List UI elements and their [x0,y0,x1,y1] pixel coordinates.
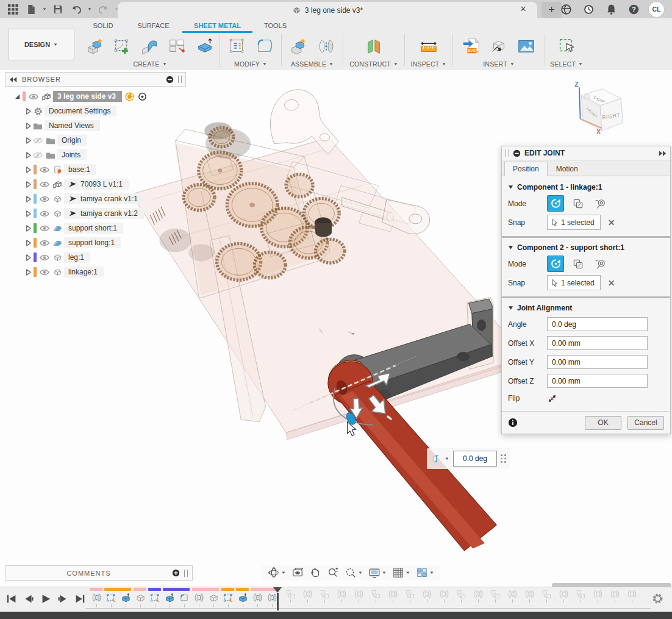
mode-revolve-button[interactable] [547,195,564,212]
dock-panel-icon[interactable] [658,150,667,157]
visibility-eye-icon[interactable] [39,181,50,188]
grid-settings-button[interactable] [390,566,412,579]
timeline-future-item-joint[interactable] [504,589,521,603]
tab-motion[interactable]: Motion [548,162,587,176]
timeline-future-item-move[interactable] [282,589,299,603]
browser-item-tamiya-crank-v1-2[interactable]: tamiya crank v1:2 [5,206,186,221]
zoom-button[interactable] [325,566,341,579]
dialog-grip[interactable] [506,149,509,157]
timeline-future-item-joint[interactable] [589,589,606,603]
sync-in-progress-badge-icon[interactable] [125,92,134,101]
ribbon-group-label-construct[interactable]: CONSTRUCT [349,59,398,68]
browser-item-label[interactable]: 70093 L v1:1 [64,179,129,190]
ribbon-group-label-assemble[interactable]: ASSEMBLE [291,59,334,68]
browser-header[interactable]: BROWSER [5,72,186,87]
browser-item-document-settings[interactable]: Document Settings [5,104,186,118]
expand-arrow-icon[interactable] [24,240,32,246]
ribbon-tab-solid[interactable]: SOLID [82,20,124,33]
hud-options-handle[interactable] [501,454,506,463]
expand-arrow-icon[interactable] [13,93,21,100]
visibility-eye-icon[interactable] [39,224,50,232]
timeline-future-item-move[interactable] [367,589,384,603]
browser-item-label[interactable]: Document Settings [45,106,116,116]
ribbon-group-label-inspect[interactable]: INSPECT [411,59,447,68]
expand-arrow-icon[interactable] [24,108,32,115]
timeline-future-item-joint[interactable] [435,589,452,603]
expand-arrow-icon[interactable] [24,225,32,232]
clear-selection-icon[interactable]: ✕ [608,218,615,227]
go-to-end-button[interactable] [73,592,87,606]
offset-x-field[interactable] [547,336,648,350]
angle-field[interactable] [547,317,648,331]
create-sketch-button[interactable] [112,35,134,57]
browser-item-label[interactable]: 3 leg one side v3 [53,91,122,102]
file-menu-caret-icon[interactable] [41,1,48,17]
clear-selection-icon[interactable]: ✕ [608,278,615,288]
timeline-scrollbar[interactable] [552,583,671,587]
viewcube[interactable]: TOP FRONT RIGHT Z X [574,81,623,135]
browser-item-support-long-1[interactable]: support long:1 [5,235,186,250]
timeline-item-extrude[interactable] [162,588,177,607]
expand-arrow-icon[interactable] [24,137,32,144]
info-icon[interactable] [508,418,518,428]
redo-button[interactable] [95,1,111,17]
timeline-future-item-move[interactable] [487,589,504,603]
step-back-button[interactable] [22,592,35,606]
browser-item-label[interactable]: support long:1 [64,237,121,248]
save-button[interactable] [50,1,66,17]
timeline-future-item-move[interactable] [538,589,555,603]
timeline-future-item-joint[interactable] [521,589,538,603]
offset-y-field[interactable] [547,355,648,369]
browser-item-label[interactable]: linkage:1 [64,267,104,277]
document-tab[interactable]: 3 leg one side v3* ✕ [118,2,537,18]
browser-item-70093-l-v1-1[interactable]: 70093 L v1:1 [5,177,186,191]
go-to-start-button[interactable] [5,592,18,606]
timeline-item-sketch[interactable] [221,588,235,607]
browser-item-label[interactable]: Joints [57,149,87,160]
visibility-eye-hidden-icon[interactable] [32,137,43,145]
panel-grip[interactable] [178,76,182,83]
timeline-item-sketch[interactable] [148,588,162,607]
select-button[interactable] [556,35,577,57]
expand-arrow-icon[interactable] [24,166,32,173]
viewport-canvas[interactable]: TOP FRONT RIGHT Z X BROWSER 3 leg one si… [0,70,672,587]
chevron-down-icon[interactable] [445,456,449,461]
timeline-future-item-move[interactable] [401,589,418,603]
dialog-header[interactable]: EDIT JOINT [502,146,670,160]
pan-button[interactable] [307,566,323,579]
timeline-item-sketch[interactable] [104,588,118,607]
extensions-icon[interactable] [558,1,574,17]
browser-item-label[interactable]: Origin [57,135,87,146]
tab-position[interactable]: Position [504,162,548,176]
help-icon[interactable]: ? [626,1,642,17]
browser-item-label[interactable]: support short:1 [64,223,123,234]
timeline-future-item-joint[interactable] [384,589,401,603]
browser-item-tamiya-crank-v1-1[interactable]: tamiya crank v1:1 [5,191,186,206]
close-tab-icon[interactable]: ✕ [518,4,529,13]
visibility-eye-icon[interactable] [39,239,50,247]
mode-planar-button[interactable] [570,195,587,212]
timeline-item-fillet[interactable] [177,588,191,607]
look-at-button[interactable] [290,566,306,579]
step-forward-button[interactable] [56,592,70,606]
browser-item-base-1[interactable]: base:1 [5,162,186,177]
timeline-future-item-joint[interactable] [555,589,572,603]
fit-button[interactable] [343,566,365,579]
ribbon-tab-surface[interactable]: SURFACE [124,20,182,33]
expand-arrow-icon[interactable] [24,196,32,202]
component1-snap-selection[interactable]: 1 selected [547,215,601,230]
timeline-future-item-joint[interactable] [606,589,623,603]
expand-arrow-icon[interactable] [24,210,32,217]
timeline-future-item-joint[interactable] [333,589,350,603]
notifications-bell-icon[interactable] [603,1,619,17]
browser-item-label[interactable]: tamiya crank v1:1 [64,193,144,204]
unfold-button[interactable] [166,35,188,57]
visibility-eye-icon[interactable] [39,195,50,203]
browser-item-label[interactable]: Named Views [45,120,100,131]
browser-item-label[interactable]: leg:1 [64,252,90,263]
add-comment-icon[interactable] [172,569,180,577]
visibility-eye-icon[interactable] [39,210,50,218]
insert-mesh-button[interactable] [488,35,510,57]
offset-z-field[interactable] [547,374,648,388]
minimize-dialog-icon[interactable] [513,149,521,157]
